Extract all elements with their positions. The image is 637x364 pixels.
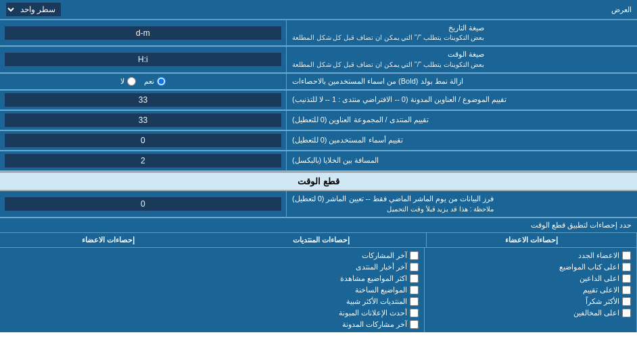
radio-yes[interactable] — [157, 77, 166, 86]
forum-sort-input[interactable] — [4, 113, 282, 128]
forum-sort-row: تقييم المنتدى / المجموعة العناوين (0 للت… — [0, 111, 637, 131]
checkboxes-col1-header: إحصاءات الاعضاء — [427, 233, 637, 247]
list-item: الأكثر شكراً — [430, 296, 631, 307]
checkbox-new-members[interactable] — [622, 251, 631, 260]
list-item: آخر المشاركات — [217, 250, 418, 261]
time-format-row: صيغة الوقت بعض التكوينات يتطلب "/" التي … — [0, 47, 637, 73]
bold-remove-row: ازالة نمط بولد (Bold) من اسماء المستخدمي… — [0, 74, 637, 90]
checkbox-latest-blog-posts[interactable] — [410, 320, 419, 329]
forum-sort-input-cell — [0, 111, 287, 130]
checkboxes-col2-header: إحصاءات المنتديات — [216, 233, 427, 247]
realtime-input-cell — [0, 191, 287, 217]
checkboxes-col1: الاعضاء الجدد اعلى كتاب المواضيع اعلى ال… — [425, 248, 637, 332]
radio-no[interactable] — [127, 77, 136, 86]
user-sort-row: تقييم أسماء المستخدمين (0 للتعطيل) — [0, 131, 637, 151]
list-item: اعلى المخالفين — [430, 307, 631, 319]
realtime-input[interactable] — [4, 197, 282, 211]
realtime-row: فرز البيانات من يوم الماشر الماضي فقط --… — [0, 191, 637, 217]
checkbox-latest-pinned[interactable] — [410, 309, 419, 317]
forum-sort-label: تقييم المنتدى / المجموعة العناوين (0 للت… — [287, 111, 637, 130]
realtime-label: فرز البيانات من يوم الماشر الماضي فقط --… — [287, 191, 637, 217]
topic-sort-input-cell — [0, 90, 287, 110]
date-format-label: صيغة التاريخ بعض التكوينات يتطلب "/" الت… — [287, 20, 637, 46]
stats-apply-row: حدد إحصاءات لتطبيق قطع الوقت — [0, 218, 637, 233]
checkbox-top-posters[interactable] — [622, 274, 631, 283]
display-select[interactable]: سطر واحد — [5, 2, 62, 17]
bold-radio-group: نعم لا — [120, 77, 166, 86]
list-item: اعلى الداعين — [430, 273, 631, 284]
checkbox-most-thanked[interactable] — [622, 297, 631, 306]
date-format-input[interactable] — [4, 26, 282, 41]
radio-no-label[interactable]: لا — [120, 77, 136, 86]
user-sort-input[interactable] — [4, 133, 282, 148]
list-item: آخر أخبار المنتدى — [217, 261, 418, 273]
cell-spacing-label: المسافة بين الخلايا (بالبكسل) — [287, 151, 637, 171]
checkboxes-col3 — [0, 248, 212, 332]
user-sort-input-cell — [0, 131, 287, 151]
topic-sort-label: تقييم الموضوع / العناوين المدونة (0 -- ا… — [287, 90, 637, 110]
date-format-row: صيغة التاريخ بعض التكوينات يتطلب "/" الت… — [0, 20, 637, 47]
checkbox-top-rated[interactable] — [622, 286, 631, 294]
list-item: الاعضاء الجدد — [430, 250, 631, 261]
checkbox-latest-forum-news[interactable] — [410, 263, 419, 271]
list-item: المواضيع الساخنة — [217, 284, 418, 296]
list-item: الاعلى تقييم — [430, 284, 631, 296]
top-header-row: العرض سطر واحد — [0, 0, 637, 20]
user-sort-label: تقييم أسماء المستخدمين (0 للتعطيل) — [287, 131, 637, 151]
cell-spacing-row: المسافة بين الخلايا (بالبكسل) — [0, 151, 637, 172]
time-format-label: صيغة الوقت بعض التكوينات يتطلب "/" التي … — [287, 47, 637, 72]
checkbox-top-topic-writers[interactable] — [622, 263, 631, 271]
checkboxes-grid: الاعضاء الجدد اعلى كتاب المواضيع اعلى ال… — [0, 248, 637, 332]
date-format-input-cell — [0, 20, 287, 46]
checkbox-most-active-forums[interactable] — [410, 297, 419, 306]
list-item: أحدث الإعلانات المبونة — [217, 307, 418, 319]
checkbox-hot-topics[interactable] — [410, 286, 419, 294]
time-format-input[interactable] — [4, 52, 282, 67]
top-header-label: العرض — [67, 3, 637, 17]
list-item: اعلى كتاب المواضيع — [430, 261, 631, 273]
checkbox-top-warned[interactable] — [622, 309, 631, 317]
radio-yes-label[interactable]: نعم — [144, 77, 166, 86]
list-item: آخر مشاركات المدونة — [217, 319, 418, 330]
list-item: المنتديات الأكثر شبية — [217, 296, 418, 307]
cell-spacing-input-cell — [0, 151, 287, 171]
cell-spacing-input[interactable] — [4, 153, 282, 168]
checkboxes-headers-row: إحصاءات الاعضاء إحصاءات المنتديات إحصاءا… — [0, 233, 637, 248]
bold-remove-input-cell: نعم لا — [0, 74, 287, 90]
checkboxes-col2: آخر المشاركات آخر أخبار المنتدى اكثر الم… — [212, 248, 424, 332]
topic-sort-row: تقييم الموضوع / العناوين المدونة (0 -- ا… — [0, 90, 637, 111]
list-item: اكثر المواضيع مشاهدة — [217, 273, 418, 284]
bold-remove-label: ازالة نمط بولد (Bold) من اسماء المستخدمي… — [287, 74, 637, 90]
checkboxes-col3-header: إحصاءات الاعضاء — [0, 233, 216, 247]
checkbox-latest-posts[interactable] — [410, 251, 419, 260]
time-format-input-cell — [0, 47, 287, 72]
checkbox-most-viewed[interactable] — [410, 274, 419, 283]
top-header-select-cell[interactable]: سطر واحد — [0, 0, 67, 19]
realtime-section-header: قطع الوقت — [0, 172, 637, 191]
topic-sort-input[interactable] — [4, 93, 282, 107]
stats-apply-label: حدد إحصاءات لتطبيق قطع الوقت — [5, 221, 632, 230]
